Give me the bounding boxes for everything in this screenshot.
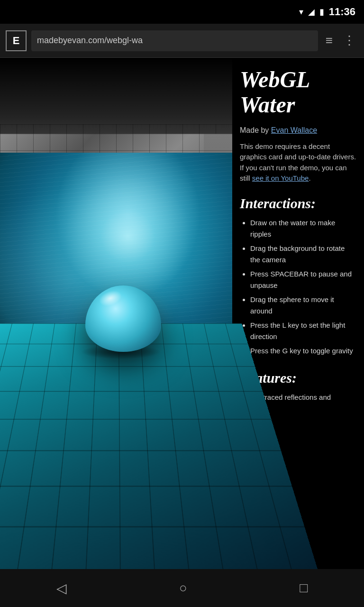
signal-icon: ◢ bbox=[308, 7, 315, 17]
youtube-link[interactable]: see it on YouTube bbox=[252, 174, 309, 182]
list-item: Drag the background to rotate the camera bbox=[250, 243, 356, 266]
more-options-icon[interactable]: ⋮ bbox=[340, 30, 358, 51]
browser-logo: E bbox=[6, 30, 27, 51]
list-item: Draw on the water to make ripples bbox=[250, 217, 356, 240]
main-content: WebGL Water Made by Evan Wallace This de… bbox=[0, 58, 364, 485]
list-item: Press the L key to set the light directi… bbox=[250, 320, 356, 342]
home-button[interactable]: ○ bbox=[168, 575, 199, 601]
webgl-canvas[interactable] bbox=[0, 58, 232, 485]
wifi-icon: ▾ bbox=[299, 7, 303, 17]
list-item: Drag the sphere to move it around bbox=[250, 294, 356, 317]
pool-scene bbox=[0, 58, 232, 485]
recent-apps-button[interactable]: □ bbox=[288, 575, 319, 601]
list-item: Raytraced reflections and bbox=[250, 392, 356, 403]
status-bar: ▾ ◢ ▮ 11:36 bbox=[0, 0, 364, 24]
back-button[interactable]: ◁ bbox=[45, 575, 78, 602]
status-time: 11:36 bbox=[329, 6, 355, 18]
list-item: Press SPACEBAR to pause and unpause bbox=[250, 268, 356, 291]
demo-description: This demo requires a decent graphics car… bbox=[240, 141, 356, 184]
author-link[interactable]: Evan Wallace bbox=[271, 126, 317, 134]
page-title: WebGL Water bbox=[240, 67, 356, 118]
bottom-nav: ◁ ○ □ bbox=[0, 569, 364, 607]
tabs-icon[interactable]: ≡ bbox=[323, 30, 336, 51]
interactions-title: Interactions: bbox=[240, 195, 356, 212]
nav-bar: E madebyevan.com/webgl-wa ≡ ⋮ bbox=[0, 24, 364, 58]
list-item: Press the G key to toggle gravity bbox=[250, 345, 356, 357]
made-by: Made by Evan Wallace bbox=[240, 126, 356, 135]
url-bar[interactable]: madebyevan.com/webgl-wa bbox=[31, 30, 318, 51]
battery-icon: ▮ bbox=[319, 7, 324, 17]
interactions-list: Draw on the water to make ripples Drag t… bbox=[240, 217, 356, 357]
